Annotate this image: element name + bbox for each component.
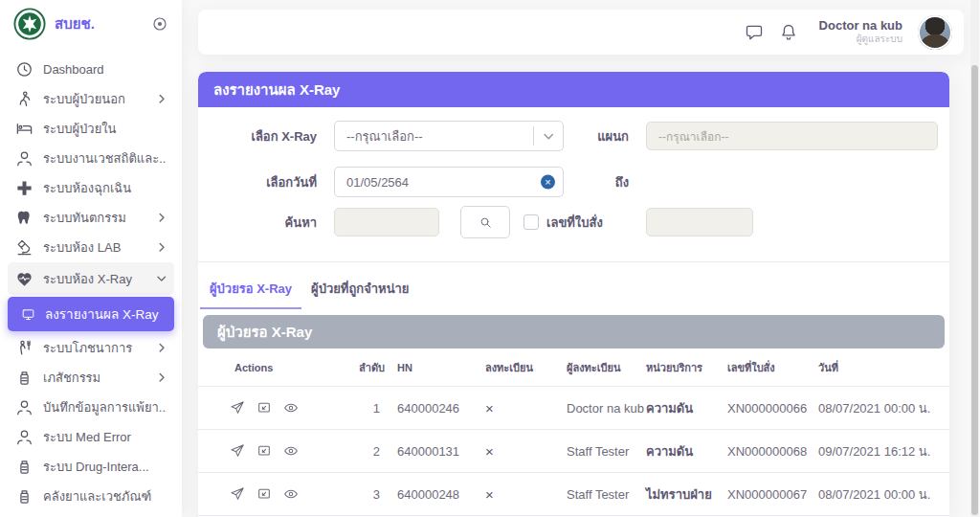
- sidebar-item-label: เภสัชกรรม: [43, 368, 147, 388]
- clock-icon: [15, 60, 33, 79]
- scrollbar-thumb[interactable]: [971, 65, 978, 515]
- cell-date: 09/07/2021 16:12 น.: [818, 441, 949, 461]
- sidebar-item-nutrition[interactable]: ระบบโภชนาการ: [8, 333, 174, 362]
- col-no: ลำดับ: [359, 359, 397, 376]
- cell-no: 3: [359, 487, 397, 502]
- cell-unit: ความดัน: [646, 398, 727, 418]
- chevron-right-icon: [157, 213, 167, 222]
- sidebar-item-lab[interactable]: ระบบห้อง LAB: [8, 233, 174, 261]
- pill-bottle-icon: [15, 458, 33, 476]
- send-icon[interactable]: [230, 443, 245, 459]
- sidebar-item-medical-statistics[interactable]: ระบบงานเวชสถิติและ...: [8, 144, 174, 172]
- sidebar-item-ipd[interactable]: ระบบผู้ป่วยใน: [8, 114, 174, 143]
- clear-date-icon[interactable]: ×: [541, 175, 555, 190]
- scrollbar-track[interactable]: [970, 0, 979, 517]
- dept-input-disabled: --กรุณาเลือก--: [646, 122, 938, 150]
- brand-name: สบยช.: [55, 12, 143, 35]
- sidebar-item-label: ระบบห้องฉุกเฉิน: [43, 178, 167, 198]
- cast-icon[interactable]: [256, 486, 272, 502]
- date-from-input[interactable]: [334, 167, 564, 197]
- chevron-down-icon: [534, 131, 563, 142]
- sidebar-item-xray-report[interactable]: ลงรายงานผล X-Ray: [8, 297, 174, 331]
- hands-holding-icon: [15, 149, 33, 168]
- table-banner: ผู้ป่วยรอ X-Ray: [203, 315, 945, 348]
- bed-icon: [15, 120, 33, 138]
- sidebar-item-xray[interactable]: ระบบห้อง X-Ray: [8, 262, 174, 295]
- sidebar-menu: Dashboard ระบบผู้ป่วยนอก ระบบผู้ป่วยใน ร…: [0, 48, 182, 510]
- table-row: 1 640000246 × Doctor na kub ความดัน XN00…: [198, 387, 949, 430]
- pill-bottle-icon: [15, 369, 33, 387]
- sidebar-pin-toggle-icon[interactable]: [151, 15, 168, 33]
- sidebar-item-label: ระบบ Drug-Intera...: [43, 457, 167, 477]
- table-row: 3 640000248 × Staff Tester ไม่ทราบฝ่าย X…: [198, 473, 949, 516]
- cast-icon[interactable]: [256, 400, 272, 416]
- sidebar-item-label: บันทึกข้อมูลการแพ้ยา...: [43, 397, 167, 417]
- monitor-icon: [21, 307, 35, 322]
- sidebar-item-label: ระบบโภชนาการ: [43, 338, 147, 358]
- microscope-icon: [15, 238, 33, 257]
- sidebar: สบยช. Dashboard ระบบผู้ป่วยนอก ระบบผู้ป่…: [0, 0, 182, 517]
- date-to-label: ถึง: [564, 172, 629, 192]
- chevron-right-icon: [157, 372, 167, 382]
- sidebar-item-label: ลงรายงานผล X-Ray: [45, 303, 167, 325]
- tooth-icon: [15, 209, 33, 227]
- table-row: 2 640000131 × Staff Tester ความดัน XN000…: [198, 430, 949, 473]
- eye-icon[interactable]: [283, 400, 299, 416]
- sidebar-item-label: ระบบผู้ป่วยนอก: [43, 89, 147, 109]
- eye-icon[interactable]: [283, 486, 299, 502]
- tab-bar: ผู้ป่วยรอ X-Ray ผู้ป่วยที่ถูกจำหน่าย: [198, 262, 949, 309]
- sidebar-item-label: ระบบห้อง LAB: [43, 237, 147, 258]
- search-label: ค้นหา: [198, 213, 317, 233]
- order-number-input-disabled: [646, 208, 753, 236]
- cast-icon[interactable]: [256, 443, 272, 459]
- send-icon[interactable]: [230, 400, 245, 416]
- cell-unit: ความดัน: [646, 441, 727, 461]
- sidebar-item-drug-allergy[interactable]: บันทึกข้อมูลการแพ้ยา...: [8, 393, 174, 421]
- cell-registrar: Doctor na kub: [567, 401, 646, 416]
- avatar[interactable]: [918, 15, 952, 50]
- col-registered: ลงทะเบียน: [485, 359, 567, 376]
- bell-icon[interactable]: [779, 23, 798, 42]
- order-number-checkbox[interactable]: [523, 214, 539, 230]
- tab-waiting-xray[interactable]: ผู้ป่วยรอ X-Ray: [200, 272, 301, 309]
- sidebar-item-emergency-room[interactable]: ระบบห้องฉุกเฉิน: [8, 173, 174, 202]
- xray-select[interactable]: --กรุณาเลือก--: [334, 121, 564, 151]
- pill-bottle-icon: [15, 487, 33, 506]
- date-from-label: เลือกวันที่: [198, 172, 317, 192]
- sidebar-item-dashboard[interactable]: Dashboard: [8, 55, 174, 83]
- cell-order-no: XN000000068: [727, 444, 818, 459]
- col-date: วันที่: [818, 359, 949, 376]
- sidebar-item-drug-inventory[interactable]: คลังยาและเวชภัณฑ์: [8, 482, 174, 510]
- sidebar-item-pharmacy[interactable]: เภสัชกรรม: [8, 363, 174, 392]
- cell-registered: ×: [485, 486, 567, 503]
- chevron-down-icon: [157, 274, 167, 283]
- filter-form: เลือก X-Ray --กรุณาเลือก-- แผนก --กรุณาเ…: [198, 107, 949, 238]
- cell-date: 08/07/2021 00:00 น.: [818, 398, 949, 418]
- row-actions: [215, 486, 359, 502]
- chevron-right-icon: [157, 94, 167, 103]
- sidebar-item-label: ระบบห้อง X-Ray: [43, 269, 147, 289]
- xray-select-value: --กรุณาเลือก--: [335, 126, 533, 146]
- cell-registered: ×: [485, 400, 567, 416]
- sidebar-item-opd[interactable]: ระบบผู้ป่วยนอก: [8, 84, 174, 113]
- sidebar-item-drug-interaction[interactable]: ระบบ Drug-Intera...: [8, 452, 174, 481]
- chat-icon[interactable]: [745, 23, 764, 42]
- user-name: Doctor na kub: [819, 18, 902, 34]
- sidebar-item-dental[interactable]: ระบบทันตกรรม: [8, 203, 174, 232]
- tab-discharged[interactable]: ผู้ป่วยที่ถูกจำหน่าย: [301, 272, 418, 309]
- eye-icon[interactable]: [283, 443, 299, 459]
- sidebar-item-label: ระบบงานเวชสถิติและ...: [43, 148, 167, 169]
- search-button[interactable]: [460, 206, 510, 238]
- col-actions: Actions: [215, 362, 359, 373]
- order-checkbox-label: เลขที่ใบสั่ง: [546, 213, 603, 233]
- cell-registrar: Staff Tester: [567, 444, 646, 459]
- content-card: ลงรายงานผล X-Ray เลือก X-Ray --กรุณาเลือ…: [198, 72, 949, 517]
- sidebar-item-med-error[interactable]: ระบบ Med Error: [8, 422, 174, 451]
- col-registrar: ผู้ลงทะเบียน: [567, 359, 646, 376]
- send-icon[interactable]: [230, 486, 245, 502]
- chevron-right-icon: [157, 343, 167, 352]
- user-meta: Doctor na kub ผู้ดูแลระบบ: [819, 18, 902, 46]
- heart-pulse-icon: [15, 270, 33, 288]
- nutrition-icon: [15, 339, 33, 357]
- sidebar-item-label: ระบบ Med Error: [43, 427, 167, 447]
